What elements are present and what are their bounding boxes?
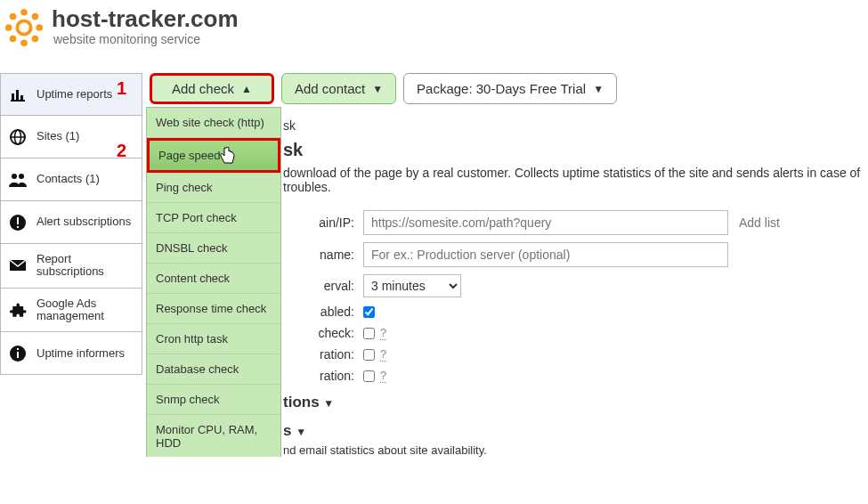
cursor-hand-icon [219,146,235,166]
section2-header[interactable]: s ▼ [283,422,868,440]
svg-point-4 [36,24,43,31]
alert-icon [8,214,28,232]
globe-icon [8,128,28,146]
dropdown-item-http[interactable]: Web site check (http) [147,108,280,138]
dropdown-item-ping[interactable]: Ping check [147,173,280,203]
users-icon [8,172,28,188]
ration1-label: ration: [283,347,363,362]
dropdown-item-pagespeed[interactable]: Page speed [147,138,280,173]
sidebar-item-report-subscriptions[interactable]: Report subscriptions [0,244,142,289]
info-icon [8,345,28,362]
svg-point-1 [20,9,28,16]
brand-subtitle: website monitoring service [53,32,239,46]
svg-rect-10 [12,93,14,100]
svg-rect-24 [17,348,19,350]
dropdown-item-cron[interactable]: Cron http task [147,324,280,354]
sidebar-item-alert-subscriptions[interactable]: Alert subscriptions [0,201,142,244]
svg-point-6 [32,13,39,20]
add-contact-label: Add contact [295,81,365,96]
package-button[interactable]: Package: 30-Days Free Trial ▼ [403,73,617,104]
dropdown-item-snmp[interactable]: Snmp check [147,385,280,415]
chevron-down-icon: ▼ [593,83,604,95]
chevron-down-icon: ▼ [372,83,383,95]
annotation-2: 2 [117,141,126,161]
svg-point-0 [17,20,30,34]
header: host-tracker.com website monitoring serv… [0,0,868,48]
svg-rect-23 [17,352,19,358]
name-label: name: [283,248,363,262]
domain-label: ain/IP: [283,215,363,230]
help-icon[interactable]: ? [380,326,386,340]
name-input[interactable] [363,242,728,267]
dropdown-item-dnsbl[interactable]: DNSBL check [147,233,280,264]
logo [4,7,45,48]
svg-rect-9 [11,100,25,102]
add-check-dropdown: Web site check (http) Page speed Ping ch… [146,107,281,457]
truncated-text-top: sk [283,118,868,133]
dropdown-item-content[interactable]: Content check [147,264,280,294]
interval-select[interactable]: 3 minutes [363,274,461,297]
svg-rect-11 [16,90,19,100]
sidebar-item-contacts[interactable]: Contacts (1) [0,159,142,201]
sidebar-label: Google Ads management [37,297,134,323]
enabled-label: abled: [283,305,363,319]
toolbar: Add check ▲ Add contact ▼ Package: 30-Da… [150,73,868,104]
add-list-link[interactable]: Add list [739,215,780,230]
sidebar-label: Uptime reports [37,88,112,101]
svg-rect-19 [17,217,19,224]
svg-point-17 [19,174,24,179]
ration2-label: ration: [283,369,363,383]
sidebar-item-uptime-informers[interactable]: Uptime informers [0,332,142,375]
dropdown-item-tcp[interactable]: TCP Port check [147,203,280,233]
sidebar-label: Uptime informers [37,347,125,360]
svg-rect-12 [20,95,23,100]
help-icon[interactable]: ? [380,369,386,383]
add-contact-button[interactable]: Add contact ▼ [281,73,396,104]
chevron-down-icon: ▼ [323,397,334,410]
bar-chart-icon [8,86,28,102]
task-title: sk [283,140,868,160]
task-description: download of the page by a real customer.… [283,166,868,194]
sidebar: Uptime reports Sites (1) Contacts (1) Al… [0,73,146,457]
add-check-label: Add check [172,81,234,96]
chevron-up-icon: ▲ [241,83,252,95]
puzzle-icon [8,301,28,319]
dropdown-item-response[interactable]: Response time check [147,294,280,324]
section2-note: nd email statistics about site availabil… [283,443,868,457]
dropdown-item-database[interactable]: Database check [147,354,280,385]
sidebar-label: Contacts (1) [37,173,100,185]
sidebar-label: Alert subscriptions [37,215,131,228]
check-label: check: [283,326,363,340]
svg-point-8 [32,36,39,43]
svg-point-16 [12,174,17,179]
main: 1 2 Add check ▲ Add contact ▼ Package: 3… [146,73,868,457]
add-check-button[interactable]: Add check ▲ [150,73,274,104]
svg-rect-20 [17,226,19,228]
ration2-checkbox[interactable] [363,370,375,382]
help-icon[interactable]: ? [380,347,386,362]
svg-point-2 [20,39,28,46]
section1-header[interactable]: tions ▼ [283,394,868,411]
chevron-down-icon: ▼ [296,426,306,438]
ration1-checkbox[interactable] [363,349,375,361]
annotation-1: 1 [117,78,126,99]
dropdown-item-cpu[interactable]: Monitor CPU, RAM, HDD [147,415,280,457]
svg-point-5 [10,13,17,20]
package-label: Package: 30-Days Free Trial [417,81,586,96]
svg-point-3 [5,24,12,31]
brand-title: host-tracker.com [52,7,239,30]
domain-input[interactable] [363,210,728,235]
envelope-icon [8,259,28,272]
enabled-checkbox[interactable] [363,306,375,318]
svg-point-7 [10,36,17,43]
sidebar-item-google-ads[interactable]: Google Ads management [0,289,142,333]
sidebar-label: Sites (1) [37,130,79,142]
check-checkbox[interactable] [363,328,375,339]
sidebar-label: Report subscriptions [37,253,134,279]
interval-label: erval: [283,279,363,293]
